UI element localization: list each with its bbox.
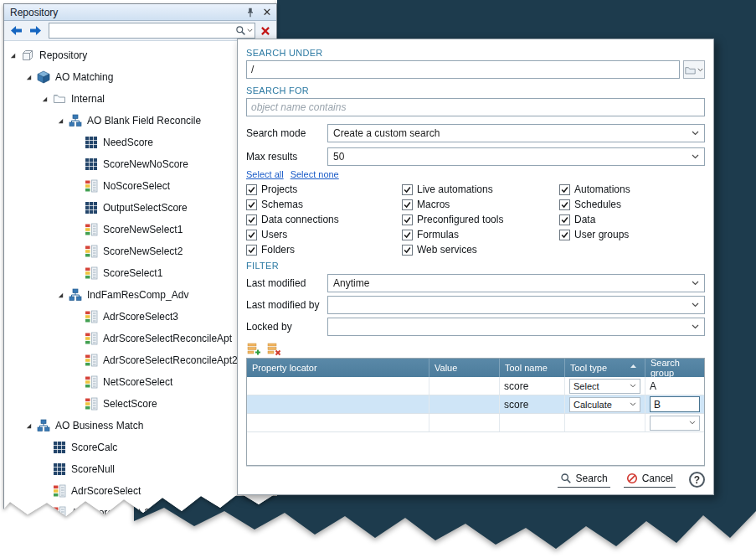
- checkbox-box[interactable]: [246, 199, 257, 210]
- search-group-cell[interactable]: B: [645, 395, 704, 413]
- value-cell[interactable]: [429, 414, 500, 431]
- tree-item[interactable]: ScoreSelect1: [4, 262, 276, 284]
- checkbox-box[interactable]: [246, 214, 257, 225]
- tree-item[interactable]: IndFamResComp_Adv: [4, 284, 276, 306]
- panel-titlebar[interactable]: Repository ✕: [4, 4, 276, 21]
- tool-name-cell[interactable]: [500, 414, 565, 431]
- object-type-checkbox[interactable]: Schemas: [246, 197, 402, 212]
- tree-item[interactable]: ScoreNewSelect2: [4, 240, 276, 262]
- tool-name-cell[interactable]: score: [500, 395, 565, 413]
- repository-search-field[interactable]: [49, 23, 255, 39]
- checkbox-box[interactable]: [559, 199, 570, 210]
- tree-item[interactable]: NetScoreSelect: [4, 371, 276, 393]
- object-type-checkbox[interactable]: Macros: [402, 197, 559, 212]
- tool-type-cell[interactable]: Select: [565, 377, 645, 395]
- checkbox-box[interactable]: [402, 199, 413, 210]
- select-none-link[interactable]: Select none: [291, 169, 339, 179]
- object-type-checkbox[interactable]: Preconfigured tools: [402, 212, 559, 227]
- locked-by-select[interactable]: [327, 318, 705, 336]
- search-under-input[interactable]: [246, 60, 680, 79]
- search-button[interactable]: Search: [558, 472, 610, 488]
- last-modified-by-select[interactable]: [327, 296, 705, 314]
- tool-type-cell[interactable]: Calculate: [565, 395, 645, 413]
- checkbox-box[interactable]: [246, 184, 257, 195]
- object-type-checkbox[interactable]: Formulas: [402, 227, 559, 242]
- delete-criteria-row-button[interactable]: [266, 341, 282, 356]
- checkbox-box[interactable]: [402, 245, 413, 256]
- expand-collapse-icon[interactable]: [57, 292, 69, 299]
- tree-item[interactable]: AdrScoreSelectReconcileApt2: [4, 349, 276, 371]
- object-type-checkbox[interactable]: Users: [246, 227, 402, 242]
- tree-item[interactable]: OutputSelectScore: [4, 197, 276, 219]
- value-cell[interactable]: [429, 395, 500, 413]
- help-button[interactable]: ?: [689, 472, 705, 488]
- tree-item[interactable]: NoScoreSelect: [4, 175, 276, 197]
- clear-search-button[interactable]: [258, 23, 273, 39]
- object-type-checkbox[interactable]: Schedules: [559, 197, 705, 212]
- cell-text-editor[interactable]: B: [650, 396, 700, 412]
- checkbox-box[interactable]: [559, 230, 570, 240]
- expand-collapse-icon[interactable]: [57, 117, 69, 125]
- tree-item[interactable]: AO Business Match: [4, 415, 276, 437]
- object-type-checkbox[interactable]: Data connections: [246, 212, 402, 227]
- cell-dropdown[interactable]: Calculate: [569, 397, 640, 412]
- column-header[interactable]: Property locator: [247, 359, 429, 377]
- select-all-link[interactable]: Select all: [246, 169, 284, 179]
- checkbox-box[interactable]: [559, 214, 570, 225]
- object-type-checkbox[interactable]: Data: [559, 212, 705, 227]
- expand-collapse-icon[interactable]: [25, 74, 37, 81]
- tree-item[interactable]: AdrScoreSelect-2: [4, 502, 276, 517]
- search-group-cell[interactable]: A: [645, 377, 704, 395]
- checkbox-box[interactable]: [402, 214, 413, 225]
- checkbox-box[interactable]: [402, 230, 413, 240]
- tree-item[interactable]: AO Blank Field Reconcile: [4, 110, 276, 132]
- tree-item[interactable]: NeedScore: [4, 132, 276, 153]
- checkbox-box[interactable]: [246, 245, 257, 256]
- close-icon[interactable]: ✕: [261, 7, 273, 18]
- cell-dropdown[interactable]: [650, 416, 700, 431]
- max-results-select[interactable]: 50: [327, 147, 705, 166]
- tree-item[interactable]: SelectScore: [4, 393, 276, 415]
- property-locator-cell[interactable]: [247, 414, 429, 431]
- search-group-cell[interactable]: [645, 414, 704, 431]
- cancel-button[interactable]: Cancel: [624, 472, 676, 488]
- tree-item[interactable]: AdrScoreSelectReconcileApt: [4, 328, 276, 349]
- tree-item[interactable]: Internal: [4, 88, 276, 110]
- tree-item[interactable]: ScoreCalc: [4, 437, 276, 458]
- repository-search-input[interactable]: [49, 24, 235, 37]
- tree-item[interactable]: ScoreNewNoScore: [4, 153, 276, 175]
- tree-item[interactable]: AO Matching: [4, 66, 276, 88]
- search-options-button[interactable]: [235, 25, 253, 36]
- object-type-checkbox[interactable]: Live automations: [402, 182, 559, 197]
- property-locator-cell[interactable]: [247, 395, 429, 413]
- column-header[interactable]: Tool name: [500, 359, 565, 377]
- value-cell[interactable]: [429, 377, 500, 395]
- forward-arrow-button[interactable]: [27, 24, 44, 37]
- tool-type-cell[interactable]: [565, 414, 645, 431]
- column-header[interactable]: Value: [429, 359, 500, 377]
- checkbox-box[interactable]: [559, 184, 570, 195]
- object-type-checkbox[interactable]: Projects: [246, 182, 402, 197]
- tree-item[interactable]: Repository: [4, 44, 276, 66]
- column-header[interactable]: Tool type: [565, 359, 645, 377]
- column-header[interactable]: Search group: [645, 359, 704, 377]
- criteria-table-row[interactable]: scoreSelectA: [247, 377, 704, 395]
- tree-item[interactable]: AdrScoreSelect: [4, 480, 276, 502]
- search-mode-select[interactable]: Create a custom search: [327, 124, 705, 142]
- criteria-table-row[interactable]: [247, 414, 704, 432]
- pin-icon[interactable]: [244, 7, 256, 18]
- expand-collapse-icon[interactable]: [41, 96, 53, 103]
- checkbox-box[interactable]: [402, 184, 413, 195]
- object-type-checkbox[interactable]: Folders: [246, 242, 402, 257]
- object-type-checkbox[interactable]: Web services: [402, 242, 559, 257]
- search-for-input[interactable]: [246, 98, 705, 116]
- tree-item[interactable]: ScoreNewSelect1: [4, 219, 276, 240]
- add-criteria-row-button[interactable]: [246, 341, 262, 356]
- checkbox-box[interactable]: [246, 230, 257, 240]
- object-type-checkbox[interactable]: User groups: [559, 227, 705, 242]
- browse-folder-button[interactable]: [683, 60, 705, 79]
- cell-dropdown[interactable]: Select: [569, 379, 640, 394]
- last-modified-select[interactable]: Anytime: [327, 274, 705, 292]
- object-type-checkbox[interactable]: Automations: [559, 182, 705, 197]
- criteria-table-row[interactable]: scoreCalculateB: [247, 395, 704, 414]
